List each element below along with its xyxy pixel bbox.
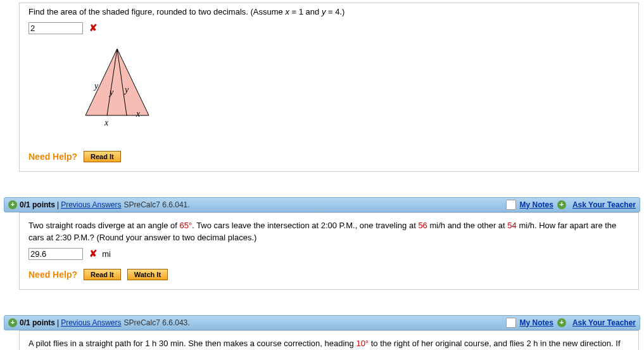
incorrect-icon: ✘	[89, 248, 98, 259]
need-help-label: Need Help?	[28, 269, 77, 280]
fig-label-y3: y	[123, 85, 129, 94]
q8-deg: 10°	[356, 339, 369, 348]
notes-icon[interactable]	[506, 200, 516, 210]
fig-label-y2: y	[108, 88, 114, 97]
incorrect-icon: ✘	[89, 22, 98, 33]
question-8-header: 8. + 0/1 points | Previous Answers SPreC…	[4, 315, 640, 330]
separator: |	[57, 200, 59, 209]
q6-answer-row: ✘	[28, 22, 629, 34]
question-7-header: 7. + 0/1 points | Previous Answers SPreC…	[4, 197, 640, 212]
read-it-button[interactable]: Read It	[84, 151, 121, 162]
q8-prompt: A pilot flies in a straight path for 1 h…	[28, 337, 629, 351]
q8-header-right: My Notes + Ask Your Teacher	[506, 318, 636, 328]
q6-text: Find the area of the shaded figure, roun…	[28, 7, 285, 16]
need-help-label: Need Help?	[28, 152, 77, 162]
watch-it-button[interactable]: Watch It	[127, 269, 168, 280]
q7-t1: Two straight roads diverge at an angle o…	[28, 221, 179, 230]
q7-t2: . Two cars leave the intersection at 2:0…	[192, 221, 418, 230]
q7-t3: mi/h and the other at	[427, 221, 507, 230]
ask-plus-icon[interactable]: +	[557, 318, 566, 327]
q6-text2: = 1 and	[289, 7, 322, 16]
q6-need-help: Need Help? Read It	[28, 151, 629, 162]
q7-unit: mi	[102, 249, 111, 259]
my-notes-link[interactable]: My Notes	[520, 318, 553, 327]
previous-answers-link[interactable]: Previous Answers	[61, 200, 121, 209]
question-7-body: Two straight roads diverge at an angle o…	[19, 212, 639, 290]
question-6-body: Find the area of the shaded figure, roun…	[19, 3, 639, 172]
ask-teacher-link[interactable]: Ask Your Teacher	[572, 318, 636, 327]
q7-answer-input[interactable]	[28, 248, 83, 260]
my-notes-link[interactable]: My Notes	[520, 200, 553, 209]
q8-t1: A pilot flies in a straight path for 1 h…	[28, 339, 356, 348]
q6-text3: = 4.)	[325, 7, 344, 16]
q7-header-right: My Notes + Ask Your Teacher	[506, 200, 636, 210]
q8-assignment-id: SPreCalc7 6.6.043.	[124, 318, 190, 327]
separator: |	[57, 318, 59, 327]
expand-icon[interactable]: +	[8, 318, 17, 327]
q7-prompt: Two straight roads diverge at an angle o…	[28, 219, 629, 244]
ask-teacher-link[interactable]: Ask Your Teacher	[572, 200, 636, 209]
q7-answer-row: ✘ mi	[28, 248, 629, 260]
q7-points: 0/1 points	[20, 200, 55, 209]
fig-label-x2: x	[136, 109, 141, 119]
q6-figure: y y y x x	[66, 46, 168, 139]
q7-assignment-id: SPreCalc7 6.6.041.	[124, 200, 190, 209]
q6-answer-input[interactable]	[28, 22, 83, 34]
q7-need-help: Need Help? Read It Watch It	[28, 269, 629, 280]
fig-label-x1: x	[104, 118, 109, 127]
notes-icon[interactable]	[506, 318, 516, 328]
q6-prompt: Find the area of the shaded figure, roun…	[28, 6, 629, 18]
read-it-button[interactable]: Read It	[84, 269, 121, 280]
expand-icon[interactable]: +	[8, 200, 17, 209]
q7-sp2: 54	[507, 221, 516, 230]
q8-points: 0/1 points	[20, 318, 55, 327]
previous-answers-link[interactable]: Previous Answers	[61, 318, 121, 327]
fig-label-y1: y	[93, 81, 99, 91]
ask-plus-icon[interactable]: +	[557, 200, 566, 209]
question-8-body: A pilot flies in a straight path for 1 h…	[19, 330, 639, 351]
q7-sp1: 56	[418, 221, 427, 230]
q7-deg: 65°	[179, 221, 192, 230]
